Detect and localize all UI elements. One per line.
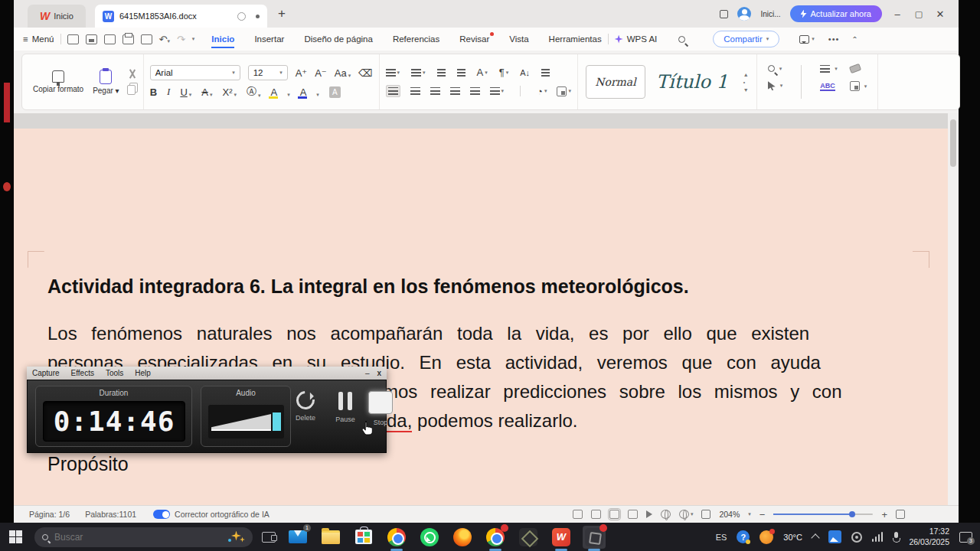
tab-close-dot-icon[interactable]	[256, 15, 260, 18]
open-file-icon[interactable]	[67, 34, 79, 44]
copy-icon[interactable]	[127, 85, 136, 95]
settings-tray-icon[interactable]	[851, 532, 862, 543]
tab-insertar[interactable]: Insertar	[254, 34, 284, 44]
audio-level-meter[interactable]	[208, 405, 284, 439]
multi-window-icon[interactable]	[720, 10, 728, 18]
decrease-font-icon[interactable]: A⁻	[315, 67, 327, 79]
tab-referencias[interactable]: Referencias	[393, 34, 439, 44]
account-name[interactable]: Inici...	[760, 10, 780, 18]
recorder-minimize-button[interactable]: –	[365, 369, 370, 377]
network-icon[interactable]	[872, 533, 884, 542]
taskbar-search[interactable]	[34, 527, 253, 547]
font-size-select[interactable]: 12 ▾	[248, 65, 288, 80]
clear-format-icon[interactable]: ⌫	[358, 67, 372, 79]
spacing-icon[interactable]	[541, 69, 550, 77]
taskbar-wps-office[interactable]: W	[550, 526, 573, 549]
zoom-level[interactable]: 204%	[719, 510, 740, 519]
sync-status-icon[interactable]	[237, 12, 246, 21]
update-now-button[interactable]: Actualizar ahora	[790, 5, 883, 22]
wps-ai-button[interactable]: WPS AI	[615, 34, 658, 44]
weather-icon[interactable]	[760, 530, 773, 544]
zoom-chevron-icon[interactable]: ▾	[748, 511, 751, 517]
menu-button[interactable]: ≡ Menú	[23, 34, 54, 44]
tab-vista[interactable]: Vista	[509, 34, 528, 44]
minimize-button[interactable]: –	[891, 8, 903, 20]
increase-indent-icon[interactable]	[457, 69, 466, 77]
new-tab-button[interactable]: +	[278, 6, 286, 21]
account-avatar[interactable]	[737, 7, 751, 21]
styles-down-icon[interactable]: ▼	[743, 87, 749, 93]
font-name-select[interactable]: Arial ▾	[150, 65, 240, 80]
text-direction-icon[interactable]: A▾	[477, 67, 488, 78]
view-page-icon[interactable]	[573, 510, 583, 519]
underline-icon[interactable]: U▾	[180, 86, 191, 98]
align-center-icon[interactable]	[410, 87, 420, 95]
start-button[interactable]	[9, 530, 22, 543]
recorder-menu-tools[interactable]: Tools	[106, 369, 123, 377]
share-button[interactable]: Compartir ▾	[713, 31, 779, 47]
taskbar-whatsapp[interactable]	[418, 526, 441, 549]
save-icon[interactable]	[86, 34, 97, 44]
delete-recording-button[interactable]: Delete	[288, 391, 323, 422]
vertical-scrollbar[interactable]	[948, 113, 959, 505]
page-indicator[interactable]: Página: 1/6	[29, 510, 70, 519]
print-preview-icon[interactable]	[141, 34, 152, 44]
taskbar-clock[interactable]: 17:32 26/03/2025	[909, 527, 949, 547]
strikethrough-icon[interactable]: A▾	[201, 86, 212, 98]
increase-font-icon[interactable]: A⁺	[296, 67, 308, 79]
eye-protect-icon[interactable]: ▾	[679, 510, 694, 519]
help-tray-icon[interactable]: ?	[737, 530, 750, 543]
read-mode-icon[interactable]	[646, 510, 652, 518]
tray-overflow-chevron-icon[interactable]	[811, 533, 819, 542]
align-right-icon[interactable]	[430, 87, 440, 95]
fill-tool-icon[interactable]: ▾	[850, 81, 867, 91]
print-icon[interactable]	[122, 34, 134, 44]
shading-icon[interactable]: ◔▾	[537, 86, 547, 97]
recorder-menu-capture[interactable]: Capture	[32, 369, 60, 377]
snipping-tool-icon[interactable]	[262, 532, 276, 543]
taskbar-mail[interactable]: 1	[286, 526, 309, 549]
taskbar-microsoft-store[interactable]	[352, 526, 375, 549]
scrollbar-thumb[interactable]	[950, 119, 956, 167]
taskbar-firefox[interactable]	[451, 526, 474, 549]
character-shading-icon[interactable]: A	[329, 86, 341, 98]
undo-icon[interactable]: ↶▾	[159, 34, 170, 45]
justify-icon[interactable]	[450, 87, 460, 95]
sort-icon[interactable]: A↓	[520, 68, 530, 77]
photos-tray-icon[interactable]	[828, 530, 841, 543]
change-case-icon[interactable]: Aa▾	[335, 67, 351, 79]
taskbar-chrome[interactable]	[385, 526, 408, 549]
select-icon[interactable]: ▾	[768, 81, 783, 90]
zoom-slider-knob[interactable]	[849, 511, 855, 517]
comment-mode-button[interactable]: ▾	[799, 35, 815, 44]
maximize-button[interactable]: ▢	[913, 9, 925, 19]
search-input[interactable]	[54, 532, 222, 543]
text-effects-icon[interactable]: Ⓐ▾	[247, 85, 261, 99]
fit-page-icon[interactable]	[701, 510, 710, 519]
taskbar-camtasia[interactable]	[517, 526, 540, 549]
zoom-out-button[interactable]: −	[760, 509, 766, 520]
superscript-icon[interactable]: X²▾	[222, 86, 237, 98]
document-tab[interactable]: W 6415M1853AI6.docx	[95, 5, 267, 28]
tab-herramientas[interactable]: Herramientas	[549, 34, 602, 44]
recorder-menu-effects[interactable]: Effects	[71, 369, 94, 377]
paragraph-mark-icon[interactable]: ¶▾	[499, 67, 509, 78]
cut-icon[interactable]	[127, 69, 137, 79]
recorder-menu-help[interactable]: Help	[135, 369, 151, 377]
recorder-close-button[interactable]: x	[377, 369, 381, 377]
quickbar-more-icon[interactable]: ▾	[192, 36, 195, 42]
fullscreen-icon[interactable]	[896, 510, 905, 519]
tab-inicio[interactable]: Inicio	[211, 34, 234, 48]
ribbon-more-button[interactable]: •••	[828, 34, 840, 44]
numbered-list-icon[interactable]: ▾	[411, 69, 426, 77]
tab-diseno-de-pagina[interactable]: Diseño de página	[304, 34, 373, 44]
taskbar-file-explorer[interactable]	[319, 526, 342, 549]
pause-recording-button[interactable]: Pause	[328, 391, 363, 423]
redo-icon[interactable]: ↷	[177, 34, 185, 45]
language-indicator[interactable]: ES	[716, 533, 727, 542]
zoom-in-button[interactable]: +	[881, 509, 887, 520]
spellcheck-icon[interactable]: ABC	[820, 82, 838, 91]
highlight-color-icon[interactable]: A▾	[271, 86, 290, 98]
tab-revisar[interactable]: Revisar	[459, 34, 489, 44]
decrease-indent-icon[interactable]	[437, 69, 446, 77]
